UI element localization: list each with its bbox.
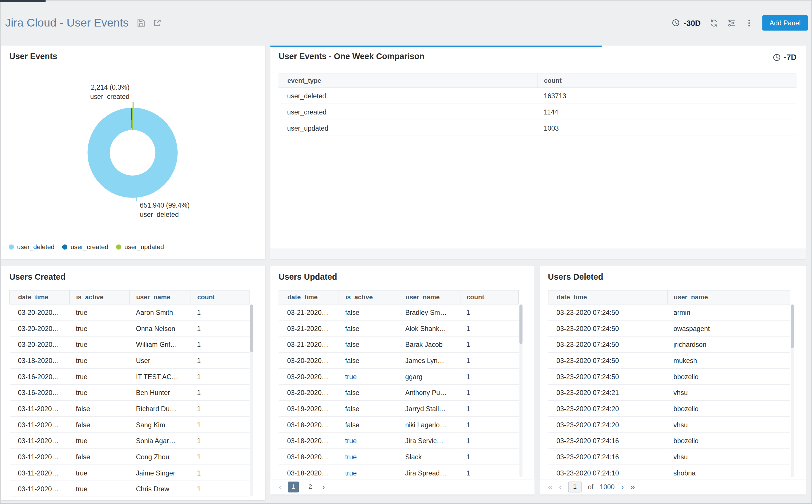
page-of-label: of bbox=[588, 483, 593, 491]
table-row[interactable]: 03-18-2020…trueSlack1 bbox=[279, 449, 519, 465]
column-header-is_active[interactable]: is_active bbox=[70, 290, 130, 304]
table-row[interactable]: 03-20-2020…trueWilliam Grif…1 bbox=[10, 336, 249, 352]
table-row[interactable]: 03-23-2020 07:24:50armin bbox=[548, 304, 790, 320]
table-row[interactable]: 03-23-2020 07:24:50owaspagent bbox=[548, 320, 790, 336]
dashboard-time-range[interactable]: -30D bbox=[672, 18, 701, 27]
table-row[interactable]: 03-18-2020…trueJira Servic…1 bbox=[279, 432, 519, 449]
table-cell: 1 bbox=[460, 352, 519, 368]
legend-dot bbox=[9, 245, 14, 250]
filter-sliders-icon[interactable] bbox=[727, 18, 736, 27]
table-row[interactable]: 03-21-2020…falseBarak Jacob1 bbox=[279, 336, 519, 352]
first-page-icon[interactable]: « bbox=[548, 481, 553, 493]
scrollbar-thumb[interactable] bbox=[791, 304, 794, 348]
table-row[interactable]: 03-11-2020…trueSonia Agar…1 bbox=[10, 432, 249, 449]
table-row[interactable]: 03-11-2020…trueJaime Singer1 bbox=[10, 465, 249, 481]
legend-item-user_created[interactable]: user_created bbox=[62, 243, 108, 251]
table-header-row: date_timeuser_name bbox=[548, 290, 790, 304]
table-cell: false bbox=[70, 400, 130, 417]
column-header-date_time[interactable]: date_time bbox=[548, 290, 667, 304]
table-cell: 03-11-2020… bbox=[10, 432, 69, 449]
column-header-user_name[interactable]: user_name bbox=[667, 290, 790, 304]
vertical-scrollbar[interactable] bbox=[519, 304, 522, 477]
table-row[interactable]: 03-20-2020…trueOnna Nelson1 bbox=[10, 320, 249, 336]
next-page-icon[interactable]: › bbox=[322, 481, 325, 493]
table-row[interactable]: 03-18-2020…trueJira Spread…1 bbox=[279, 465, 519, 479]
table-row[interactable]: user_updated1003 bbox=[279, 120, 796, 136]
table-row[interactable]: 03-23-2020 07:24:10shobna bbox=[548, 465, 790, 479]
panel-highlight-bar bbox=[270, 46, 602, 47]
share-icon[interactable] bbox=[153, 18, 162, 27]
donut-hole bbox=[110, 130, 155, 176]
column-header-count[interactable]: count bbox=[460, 290, 519, 304]
table-cell: 03-23-2020 07:24:16 bbox=[548, 449, 667, 465]
table-row[interactable]: 03-20-2020…falseJames Lyn…1 bbox=[279, 352, 519, 368]
table-cell: Slack bbox=[399, 449, 460, 465]
table-row[interactable]: 03-23-2020 07:24:16bbozello bbox=[548, 432, 790, 449]
column-header-date_time[interactable]: date_time bbox=[10, 290, 69, 304]
table-cell: true bbox=[70, 465, 130, 481]
last-page-icon[interactable]: » bbox=[630, 481, 635, 493]
scrollbar-thumb[interactable] bbox=[250, 304, 253, 352]
prev-page-icon[interactable]: ‹ bbox=[279, 481, 281, 493]
table-row[interactable]: user_deleted163713 bbox=[279, 88, 796, 104]
table-row[interactable]: 03-23-2020 07:24:21vhsu bbox=[548, 384, 790, 400]
legend-item-user_updated[interactable]: user_updated bbox=[116, 243, 164, 251]
column-header-count[interactable]: count bbox=[191, 290, 249, 304]
table-row[interactable]: 03-20-2020…trueAaron Smith1 bbox=[10, 304, 249, 320]
column-header-user_name[interactable]: user_name bbox=[399, 290, 460, 304]
table-cell: false bbox=[70, 417, 130, 433]
table-row[interactable]: 03-16-2020…trueBen Hunter1 bbox=[10, 384, 249, 400]
table-row[interactable]: 03-11-2020…falseSang Kim1 bbox=[10, 417, 249, 433]
vertical-scrollbar[interactable] bbox=[250, 304, 253, 496]
vertical-scrollbar[interactable] bbox=[791, 304, 794, 477]
page-button-2[interactable]: 2 bbox=[305, 482, 316, 492]
table-cell: 03-20-2020… bbox=[10, 304, 69, 320]
table-row[interactable]: 03-18-2020…trueUser1 bbox=[10, 352, 249, 368]
page-button-1[interactable]: 1 bbox=[288, 482, 299, 492]
table-row[interactable]: 03-20-2020…trueggarg1 bbox=[279, 368, 519, 385]
column-header-is_active[interactable]: is_active bbox=[339, 290, 399, 304]
panel-title-user-events: User Events bbox=[9, 52, 57, 61]
panel-time-range[interactable]: -7D bbox=[772, 53, 796, 62]
table-row[interactable]: 03-23-2020 07:24:50bbozello bbox=[548, 368, 790, 385]
prev-page-icon[interactable]: ‹ bbox=[559, 481, 562, 493]
table-row[interactable]: 03-23-2020 07:24:20vhsu bbox=[548, 417, 790, 433]
refresh-icon[interactable] bbox=[709, 18, 718, 27]
table-cell: false bbox=[339, 384, 399, 400]
horizontal-scrollbar[interactable] bbox=[270, 249, 806, 259]
table-row[interactable]: 03-18-2020…falseniki Lagerlo…1 bbox=[279, 417, 519, 433]
table-row[interactable]: user_created1144 bbox=[279, 104, 796, 120]
table-row[interactable]: 03-16-2020…trueIT TEST AC…1 bbox=[10, 368, 249, 385]
table-row[interactable]: 03-23-2020 07:24:50jrichardson bbox=[548, 336, 790, 352]
next-page-icon[interactable]: › bbox=[621, 481, 624, 493]
save-icon[interactable] bbox=[137, 18, 146, 27]
table-row[interactable]: 03-23-2020 07:24:20bbozello bbox=[548, 400, 790, 417]
table-cell: James Lyn… bbox=[399, 352, 460, 368]
legend-item-user_deleted[interactable]: user_deleted bbox=[9, 243, 55, 251]
table-cell: 1 bbox=[191, 352, 249, 368]
table-row[interactable]: 03-19-2020…falseJarryd Stall…1 bbox=[279, 400, 519, 417]
kebab-menu-icon[interactable] bbox=[745, 18, 754, 27]
table-row[interactable]: 03-11-2020…falseCong Zhou1 bbox=[10, 449, 249, 465]
table-row[interactable]: 03-21-2020…falseAlok Shank…1 bbox=[279, 320, 519, 336]
add-panel-button[interactable]: Add Panel bbox=[762, 15, 808, 31]
table-row[interactable]: 03-23-2020 07:24:50mukesh bbox=[548, 352, 790, 368]
table-cell: user_deleted bbox=[279, 88, 537, 104]
table-cell: 1003 bbox=[537, 120, 796, 136]
column-header-user_name[interactable]: user_name bbox=[130, 290, 191, 304]
table-row[interactable]: 03-20-2020…falseAnthony Pu…1 bbox=[279, 384, 519, 400]
column-header-count[interactable]: count bbox=[537, 74, 796, 88]
table-row[interactable]: 03-11-2020…falseRichard Du…1 bbox=[10, 400, 249, 417]
scrollbar-thumb[interactable] bbox=[519, 304, 522, 344]
table-cell: 1 bbox=[191, 320, 249, 336]
current-page-input[interactable]: 1 bbox=[568, 482, 582, 492]
table-row[interactable]: 03-21-2020…falseBradley Sm…1 bbox=[279, 304, 519, 320]
table-cell: 03-20-2020… bbox=[279, 384, 339, 400]
column-header-event_type[interactable]: event_type bbox=[279, 74, 537, 88]
table-cell: 1 bbox=[191, 417, 249, 433]
column-header-date_time[interactable]: date_time bbox=[279, 290, 339, 304]
table-cell: 03-11-2020… bbox=[10, 449, 69, 465]
table-row[interactable]: 03-23-2020 07:24:16vhsu bbox=[548, 449, 790, 465]
table-row[interactable]: 03-11-2020…trueChris Drew1 bbox=[10, 481, 249, 497]
table-cell: 03-23-2020 07:24:50 bbox=[548, 304, 667, 320]
